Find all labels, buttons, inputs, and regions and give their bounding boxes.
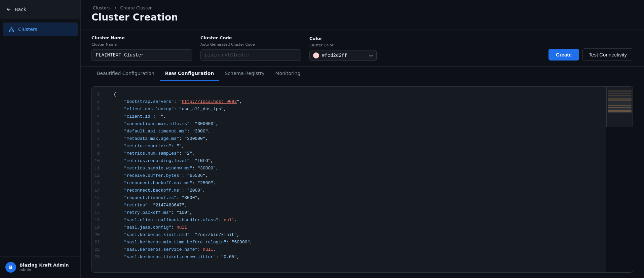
page-title: Cluster Creation	[91, 12, 633, 23]
editor-container: 1234567891011121314151617181920212223 { …	[81, 81, 644, 278]
page-header: Clusters / Create Cluster Cluster Creati…	[81, 0, 644, 30]
code-line: "sasl.kerberos.ticket.renew.jitter": "0.…	[114, 253, 601, 261]
avatar: B	[5, 262, 16, 273]
code-line: "metadata.max.age.ms": "300000",	[114, 135, 601, 143]
back-arrow-icon	[5, 6, 12, 13]
color-sublabel: Cluster Color	[309, 43, 377, 47]
code-line: "reconnect.backoff.ms": "2000",	[114, 187, 601, 194]
cluster-name-input[interactable]	[91, 49, 192, 61]
code-line: "sasl.kerberos.min.time.before.relogin":…	[114, 239, 601, 246]
code-line: "metric.reporters": "",	[114, 143, 601, 150]
breadcrumb: Clusters / Create Cluster	[91, 5, 633, 10]
tab-schema[interactable]: Schema Registry	[219, 67, 270, 81]
color-label: Color	[309, 36, 377, 41]
sidebar-footer: B Blazing Kraft Admin admin	[0, 256, 80, 278]
code-line: "metrics.sample.window.ms": "30000",	[114, 165, 601, 172]
main-content: Clusters / Create Cluster Cluster Creati…	[81, 0, 644, 278]
code-line: "retry.backoff.ms": "100",	[114, 209, 601, 216]
sidebar-nav: Clusters	[0, 19, 80, 256]
color-group: Color Cluster Color #fcd2d2ff ✏️	[309, 36, 377, 61]
color-value: #fcd2d2ff	[322, 53, 367, 58]
color-edit-icon[interactable]: ✏️	[369, 53, 373, 58]
code-line: "sasl.kerberos.kinit.cmd": "/usr/bin/kin…	[114, 231, 601, 239]
code-line: "client.id": "",	[114, 113, 601, 120]
tab-monitoring[interactable]: Monitoring	[270, 67, 306, 81]
cluster-code-sublabel: Auto Generated Cluster Code	[200, 42, 301, 47]
color-input-wrapper[interactable]: #fcd2d2ff ✏️	[309, 50, 377, 61]
minimap	[606, 87, 633, 272]
back-label: Back	[15, 7, 26, 12]
code-line: "sasl.kerberos.service.name": null,	[114, 246, 601, 253]
code-content[interactable]: { "bootstrap.servers": "http://localhost…	[108, 87, 606, 272]
user-name: Blazing Kraft Admin	[20, 263, 69, 268]
cluster-name-sublabel: Cluster Name	[91, 42, 192, 47]
code-line: "default.api.timeout.ms": "3000",	[114, 128, 601, 135]
cluster-name-group: Cluster Name Cluster Name	[91, 35, 192, 61]
test-connectivity-button[interactable]: Test Connectivity	[582, 48, 633, 61]
svg-point-2	[13, 31, 14, 32]
action-buttons: Create Test Connectivity	[548, 48, 633, 61]
create-button[interactable]: Create	[548, 49, 579, 61]
code-line: "sasl.jaas.config": null,	[114, 224, 601, 231]
code-line: "request.timeout.ms": "3000",	[114, 194, 601, 202]
breadcrumb-separator: /	[115, 5, 116, 10]
code-line: "retries": "2147483647",	[114, 202, 601, 209]
code-line: "connections.max.idle.ms": "300000",	[114, 120, 601, 128]
svg-point-0	[11, 27, 12, 28]
svg-point-1	[9, 31, 10, 32]
svg-line-4	[11, 28, 13, 31]
code-line: "bootstrap.servers": "http://localhost:9…	[114, 98, 601, 106]
code-line: "client.dns.lookup": "use_all_dns_ips",	[114, 106, 601, 113]
code-line: {	[114, 91, 601, 98]
sidebar: Back Clusters B Blazing Kraft Admin adm	[0, 0, 81, 278]
breadcrumb-link[interactable]: Clusters	[93, 5, 111, 10]
cluster-code-label: Cluster Code	[200, 35, 301, 40]
cluster-code-group: Cluster Code Auto Generated Cluster Code	[200, 35, 301, 61]
code-block: 1234567891011121314151617181920212223 { …	[91, 86, 633, 273]
sidebar-item-clusters[interactable]: Clusters	[3, 23, 78, 36]
code-line: "metrics.num.samples": "2",	[114, 150, 601, 157]
minimap-content	[606, 87, 633, 116]
cluster-name-label: Cluster Name	[91, 35, 192, 40]
breadcrumb-current: Create Cluster	[120, 5, 152, 10]
line-numbers: 1234567891011121314151617181920212223	[92, 87, 108, 272]
color-dot	[313, 52, 319, 58]
tab-bar: Beautified Configuration Raw Configurati…	[81, 67, 644, 81]
code-line: "sasl.client.callback.handler.class": nu…	[114, 216, 601, 224]
cluster-code-input[interactable]	[200, 49, 301, 61]
clusters-icon	[8, 26, 15, 33]
tab-beautified[interactable]: Beautified Configuration	[91, 67, 160, 81]
svg-line-3	[10, 28, 11, 31]
back-button[interactable]: Back	[0, 0, 80, 19]
cluster-form: Cluster Name Cluster Name Cluster Code A…	[81, 30, 644, 67]
code-line: "metrics.recording.level": "INFO",	[114, 157, 601, 165]
code-line: "receive.buffer.bytes": "65536",	[114, 172, 601, 180]
user-role: admin	[20, 268, 69, 272]
user-info: Blazing Kraft Admin admin	[20, 263, 69, 272]
clusters-label: Clusters	[18, 27, 37, 32]
code-line: "reconnect.backoff.max.ms": "2500",	[114, 180, 601, 187]
tab-raw[interactable]: Raw Configuration	[160, 67, 220, 81]
